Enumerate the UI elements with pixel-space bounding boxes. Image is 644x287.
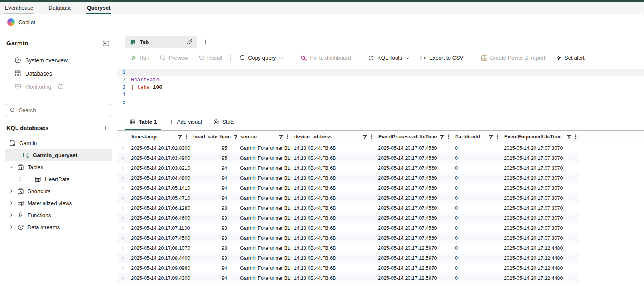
row-expand-chevron-icon[interactable]	[117, 176, 128, 181]
row-expand-chevron-icon[interactable]	[117, 186, 128, 191]
row-expand-chevron-icon[interactable]	[117, 226, 128, 231]
search-input[interactable]	[19, 107, 107, 113]
tree-item-shortcuts[interactable]: Shortcuts	[5, 185, 112, 197]
table-row[interactable]: 2025-05-14 20:17:05.4710 94 Garmin Forer…	[117, 193, 579, 203]
column-menu-kebab-icon[interactable]	[371, 134, 372, 140]
column-header-partition-id[interactable]: PartitionId	[452, 131, 501, 143]
tree-item-functions[interactable]: fx Functions	[5, 209, 112, 221]
chevron-right-icon[interactable]	[9, 201, 14, 205]
search-box[interactable]	[6, 104, 111, 116]
column-menu-kebab-icon[interactable]	[497, 134, 498, 140]
table-row[interactable]: 2025-05-14 20:17:05.1410 94 Garmin Forer…	[117, 183, 579, 193]
table-row[interactable]: 2025-05-14 20:17:04.4800 94 Garmin Forer…	[117, 173, 579, 183]
info-icon[interactable]	[58, 84, 64, 90]
sidebar-item-monitoring[interactable]: Monitoring	[5, 80, 112, 93]
chevron-down-icon[interactable]	[9, 165, 14, 169]
chevron-right-icon[interactable]	[18, 177, 22, 181]
pin-to-dashboard-button[interactable]: Pin to dashboard	[297, 53, 354, 63]
grid-body: 2025-05-14 20:17:02.8300 95 Garmin Forer…	[117, 143, 644, 283]
filter-funnel-icon[interactable]	[362, 134, 367, 140]
row-expand-chevron-icon[interactable]	[117, 216, 128, 221]
filter-funnel-icon[interactable]	[488, 134, 493, 140]
table-row[interactable]: 2025-05-14 20:17:07.1130 93 Garmin Forer…	[117, 223, 579, 233]
column-menu-kebab-icon[interactable]	[287, 134, 288, 140]
table-row[interactable]: 2025-05-14 20:17:07.4500 93 Garmin Forer…	[117, 233, 579, 243]
tree-item-materialized-views[interactable]: Materialized views	[5, 197, 112, 209]
row-expand-chevron-icon[interactable]	[117, 146, 128, 151]
filter-funnel-icon[interactable]	[233, 134, 237, 140]
preview-button[interactable]: Preview	[156, 53, 192, 63]
tree-item-data-streams[interactable]: Data streams	[5, 221, 112, 233]
kql-tools-button[interactable]: KQL Tools	[364, 53, 413, 63]
row-expand-chevron-icon[interactable]	[117, 256, 128, 261]
row-expand-chevron-icon[interactable]	[117, 246, 128, 251]
add-visual-button[interactable]: Add visual	[164, 115, 206, 130]
tab-eventhouse[interactable]: Eventhouse	[4, 3, 34, 14]
column-header-event-enqueued-utc-time[interactable]: EventEnqueuedUtcTime	[501, 131, 579, 143]
editor-line-3[interactable]: 3 | take 100	[117, 84, 644, 92]
table-row[interactable]: 2025-05-14 20:17:08.4400 93 Garmin Forer…	[117, 253, 579, 263]
row-expand-chevron-icon[interactable]	[117, 206, 128, 211]
column-menu-kebab-icon[interactable]	[186, 134, 187, 140]
export-to-csv-button[interactable]: Export to CSV	[416, 53, 467, 63]
table-row[interactable]: 2025-05-14 20:17:09.4300 94 Garmin Forer…	[117, 273, 579, 283]
editor-results-splitter[interactable]	[117, 110, 644, 110]
tree-item-garmin-database[interactable]: Garmin	[5, 137, 112, 149]
collapse-panel-icon[interactable]	[101, 38, 111, 48]
tree-item-garmin-queryset[interactable]: Garmin_queryset	[5, 149, 112, 161]
tab-database[interactable]: Database	[48, 3, 73, 14]
run-button[interactable]: Run	[127, 53, 153, 63]
table-row[interactable]: 2025-05-14 20:17:06.1280 93 Garmin Forer…	[117, 203, 579, 213]
set-alert-button[interactable]: Set alert	[552, 53, 588, 63]
cell-event-processed-utc-time: 2025-05-14 20:17:12.5970	[375, 265, 452, 271]
copilot-bar[interactable]: Copilot	[0, 14, 644, 30]
editor-line-2[interactable]: 2 HeartRate	[117, 76, 644, 84]
tree-item-tables[interactable]: Tables	[5, 161, 112, 173]
row-expand-chevron-icon[interactable]	[117, 156, 128, 161]
copy-query-button[interactable]: Copy query	[236, 53, 287, 63]
query-tab[interactable]: Tab	[125, 36, 197, 48]
filter-funnel-icon[interactable]	[278, 134, 283, 140]
table-row[interactable]: 2025-05-14 20:17:03.8210 94 Garmin Forer…	[117, 163, 579, 173]
filter-funnel-icon[interactable]	[439, 134, 444, 140]
row-expand-chevron-icon[interactable]	[117, 276, 128, 281]
edit-pencil-icon[interactable]	[186, 39, 193, 45]
tab-stats[interactable]: Stats	[209, 115, 239, 130]
tab-table-1[interactable]: Table 1	[125, 115, 161, 130]
column-header-heart-rate-bpm[interactable]: heart_rate_bpm	[190, 131, 237, 143]
cell-event-processed-utc-time: 2025-05-14 20:17:07.4560	[375, 195, 452, 201]
editor-line-4[interactable]: 4	[117, 91, 644, 99]
table-row[interactable]: 2025-05-14 20:17:09.0960 94 Garmin Forer…	[117, 263, 579, 273]
column-header-device-address[interactable]: device_address	[291, 131, 375, 143]
new-tab-icon[interactable]	[201, 37, 210, 47]
row-expand-chevron-icon[interactable]	[117, 166, 128, 171]
add-database-icon[interactable]	[101, 123, 111, 133]
filter-funnel-icon[interactable]	[177, 134, 182, 140]
editor-line-5[interactable]: 5	[117, 99, 644, 106]
column-menu-kebab-icon[interactable]	[448, 134, 449, 140]
cell-device-address: 14:13:0B:44:FB:6B	[291, 255, 375, 261]
column-header-event-processed-utc-time[interactable]: EventProcessedUtcTime	[375, 131, 452, 143]
filter-funnel-icon[interactable]	[567, 134, 572, 140]
column-header-timestamp[interactable]: timestamp	[128, 131, 190, 143]
tree-item-heartrate[interactable]: HeartRate	[5, 173, 112, 185]
sidebar-item-databases[interactable]: Databases	[5, 67, 112, 80]
column-header-source[interactable]: source	[237, 131, 291, 143]
tab-queryset[interactable]: Queryset	[86, 3, 111, 14]
create-power-bi-report-button[interactable]: Create Power BI report	[477, 53, 549, 63]
row-expand-chevron-icon[interactable]	[117, 266, 128, 271]
column-menu-kebab-icon[interactable]	[575, 134, 577, 140]
table-row[interactable]: 2025-05-14 20:17:02.8300 95 Garmin Forer…	[117, 143, 579, 153]
kql-editor[interactable]: 1 2 HeartRate 3 | take 100 4 5	[117, 66, 644, 110]
recall-button[interactable]: Recall	[195, 53, 226, 63]
table-row[interactable]: 2025-05-14 20:17:03.4900 95 Garmin Forer…	[117, 153, 579, 163]
editor-line-1[interactable]: 1	[117, 69, 644, 76]
row-expand-chevron-icon[interactable]	[117, 196, 128, 201]
row-expand-chevron-icon[interactable]	[117, 236, 128, 241]
sidebar-item-system-overview[interactable]: System overview	[5, 54, 112, 67]
chevron-right-icon[interactable]	[9, 189, 14, 193]
chevron-right-icon[interactable]	[9, 213, 14, 217]
chevron-right-icon[interactable]	[9, 225, 14, 229]
table-row[interactable]: 2025-05-14 20:17:08.1070 93 Garmin Forer…	[117, 243, 579, 253]
table-row[interactable]: 2025-05-14 20:17:06.4600 93 Garmin Forer…	[117, 213, 579, 223]
